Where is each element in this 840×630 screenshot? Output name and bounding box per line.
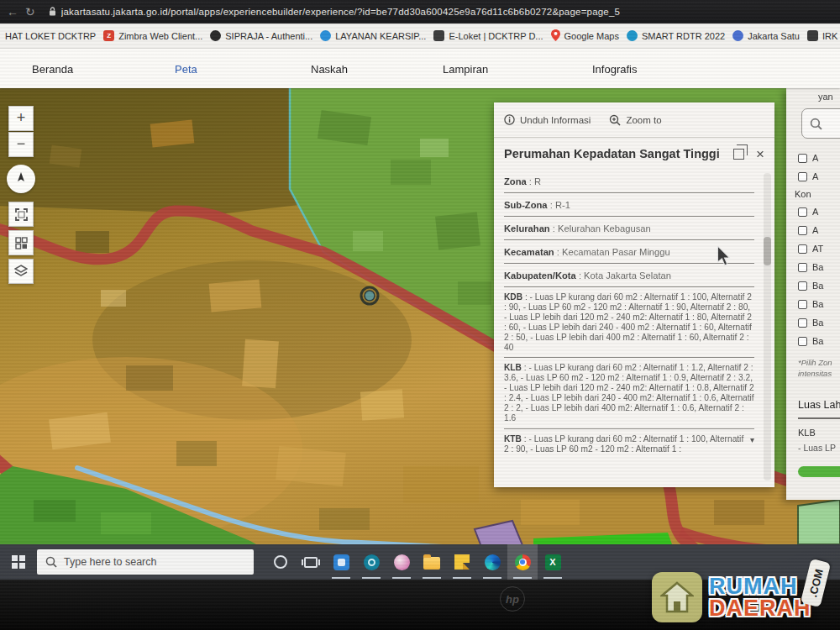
checkbox[interactable]	[798, 337, 807, 346]
bookmarks-bar: HAT LOKET DCKTRP ZZimbra Web Client... S…	[0, 24, 840, 49]
checkbox-row[interactable]: A	[798, 167, 840, 186]
bookmark-label: IRK | V.1.0	[822, 31, 840, 41]
tab-peta[interactable]: Peta	[175, 63, 197, 76]
url-field[interactable]: jakartasatu.jakarta.go.id/portal/apps/ex…	[42, 3, 833, 20]
field-sub-zona: Sub-Zona : R-1	[504, 193, 754, 217]
tab-infografis[interactable]: Infografis	[592, 63, 637, 76]
popup-title: Perumahan Kepadatan Sangat Tinggi	[504, 147, 733, 160]
checkbox-row[interactable]: A	[798, 221, 840, 239]
bookmark-item[interactable]: E-Loket | DCKTRP D...	[433, 30, 543, 41]
chevron-down-icon[interactable]: ▾	[750, 435, 754, 445]
expand-icon	[15, 208, 28, 221]
checkbox[interactable]	[798, 207, 807, 217]
task-view-button[interactable]	[296, 544, 326, 580]
chrome-button[interactable]	[507, 544, 538, 580]
sipraja-icon	[210, 30, 221, 41]
klb-label: KLB	[798, 428, 840, 438]
checkbox[interactable]	[798, 154, 807, 163]
bookmark-item[interactable]: IRK | V.1.0	[807, 30, 840, 41]
tab-naskah[interactable]: Naskah	[311, 63, 348, 76]
edge-button[interactable]	[477, 544, 507, 580]
tab-beranda[interactable]: Beranda	[32, 63, 73, 76]
scrollbar-thumb[interactable]	[764, 237, 771, 265]
checkbox[interactable]	[798, 172, 807, 181]
bookmark-label: LAYANAN KEARSIP...	[335, 31, 426, 41]
popup-body: Zona : R Sub-Zona : R-1 Kelurahan : Kelu…	[494, 170, 774, 459]
checkbox-row[interactable]: A	[798, 149, 840, 167]
checkbox-row[interactable]: Ba	[798, 258, 840, 276]
bookmark-item[interactable]: LAYANAN KEARSIP...	[320, 30, 426, 41]
browser-address-bar: ← ↻ jakartasatu.jakarta.go.id/portal/app…	[0, 0, 840, 24]
panel-note: *Pilih Zon intensitas	[798, 357, 840, 379]
zoom-out-button[interactable]: −	[8, 132, 34, 157]
checkbox[interactable]	[798, 226, 807, 235]
irk-icon	[807, 30, 818, 41]
checkbox-row[interactable]: Ba	[798, 276, 840, 295]
zoom-out-label: −	[17, 135, 26, 152]
panel-search-input[interactable]	[801, 108, 840, 139]
taskbar-search-input[interactable]: Type here to search	[37, 549, 254, 575]
edge-icon	[485, 554, 501, 570]
field-zona: Zona : R	[504, 170, 754, 193]
luas-lahan-label: Luas Lah	[798, 399, 840, 411]
bookmark-item[interactable]: SMART RDTR 2022	[627, 30, 725, 41]
layers-button[interactable]	[8, 259, 34, 284]
back-icon[interactable]: ←	[7, 5, 18, 18]
zoom-to-button[interactable]: Zoom to	[609, 114, 661, 126]
compass-needle-icon	[13, 171, 29, 187]
start-button[interactable]	[0, 555, 37, 569]
extent-button[interactable]	[8, 202, 34, 227]
people-button[interactable]	[386, 544, 417, 580]
sticky-notes-icon	[454, 554, 470, 570]
excel-icon: X	[545, 554, 561, 570]
taskbar-app-button[interactable]	[326, 544, 356, 580]
app-icon	[333, 554, 349, 570]
unduh-informasi-button[interactable]: Unduh Informasi	[504, 114, 591, 125]
field-kdb: KDB : - Luas LP kurang dari 60 m2 : Alte…	[504, 287, 754, 358]
checkbox[interactable]	[798, 244, 807, 254]
task-view-icon	[304, 557, 318, 568]
checkbox-row[interactable]: Ba	[798, 313, 840, 332]
excel-button[interactable]: X	[538, 544, 568, 580]
compass-button[interactable]	[7, 165, 35, 193]
zoom-in-button[interactable]: +	[8, 106, 34, 131]
popup-scrollbar[interactable]	[764, 173, 771, 480]
field-kelurahan: Kelurahan : Kelurahan Kebagusan	[504, 217, 754, 240]
eloket-icon	[433, 30, 444, 41]
basemap-button[interactable]	[8, 230, 34, 255]
taskbar-app-button[interactable]	[356, 544, 386, 580]
kearsipan-icon	[320, 30, 331, 41]
checkbox[interactable]	[798, 318, 807, 328]
dock-popup-icon[interactable]	[733, 149, 744, 160]
bookmark-item[interactable]: SIPRAJA - Authenti...	[210, 30, 312, 41]
filter-side-panel: yan A A Kon A A AT Ba Ba Ba Ba Ba *Pilih…	[786, 88, 840, 500]
checkbox[interactable]	[798, 263, 807, 272]
bookmark-item[interactable]: Google Maps	[551, 29, 619, 43]
checkbox-row[interactable]: Ba	[798, 295, 840, 313]
bookmark-item[interactable]: Jakarta Satu	[732, 30, 800, 41]
checkbox-row[interactable]: A	[798, 202, 840, 221]
checkbox[interactable]	[798, 300, 807, 309]
bookmark-item[interactable]: ZZimbra Web Client...	[103, 30, 202, 41]
bookmark-label: Google Maps	[564, 31, 619, 41]
checkbox-row[interactable]: AT	[798, 239, 840, 258]
checkbox[interactable]	[798, 281, 807, 291]
sticky-notes-button[interactable]	[447, 544, 477, 580]
checkbox-row[interactable]: Ba	[798, 332, 840, 350]
bookmark-label: Jakarta Satu	[748, 31, 800, 41]
layers-icon	[14, 265, 28, 278]
reload-icon[interactable]: ↻	[25, 5, 35, 18]
tab-lampiran[interactable]: Lampiran	[443, 63, 488, 76]
lock-icon	[49, 4, 56, 19]
slider-bar[interactable]	[798, 466, 840, 477]
cortana-button[interactable]	[265, 544, 296, 580]
popup-toolbar: Unduh Informasi Zoom to	[494, 102, 774, 138]
bookmark-item[interactable]: HAT LOKET DCKTRP	[5, 31, 96, 41]
app-nav: Beranda Peta Naskah Lampiran Infografis	[0, 49, 840, 88]
feature-popup: Unduh Informasi Zoom to Perumahan Kepada…	[494, 102, 774, 487]
close-icon[interactable]: ×	[756, 147, 764, 161]
group-label: Kon	[795, 186, 840, 202]
divider	[798, 417, 840, 419]
watermark-line2: DAERAH	[709, 597, 811, 619]
file-explorer-button[interactable]	[417, 544, 447, 580]
